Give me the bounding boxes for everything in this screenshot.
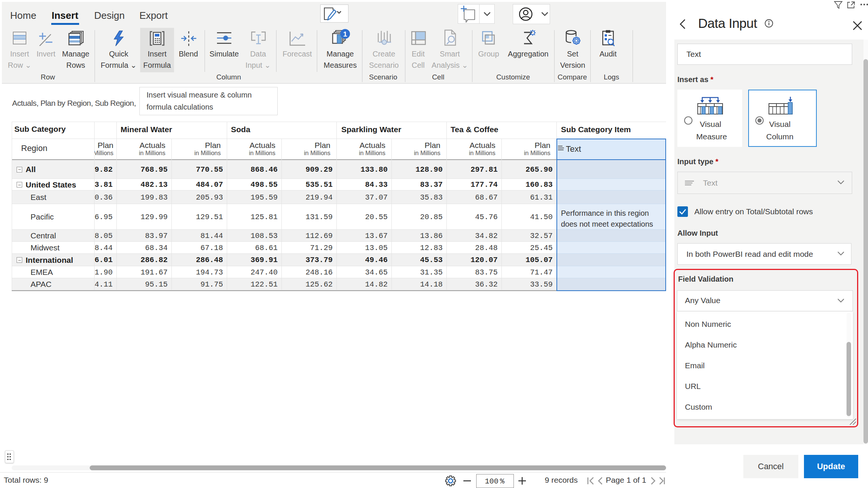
svg-text:1: 1 — [343, 30, 347, 38]
